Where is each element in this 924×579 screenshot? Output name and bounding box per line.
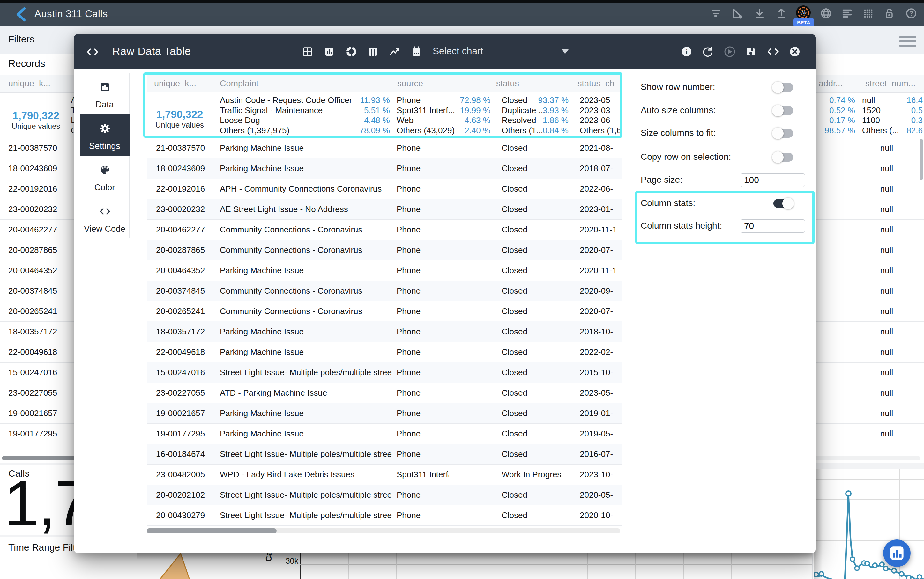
- column-header-addr[interactable]: addr...: [819, 79, 843, 88]
- table-row[interactable]: 19-00021657Parking Machine IssuePhoneClo…: [147, 403, 622, 424]
- column-header[interactable]: Complaint: [220, 79, 259, 88]
- table-row[interactable]: 19-00177295Parking Machine IssuePhoneClo…: [147, 424, 622, 444]
- stat-percent: 78.09 %: [338, 126, 390, 135]
- table-row[interactable]: null: [860, 301, 914, 321]
- table-row[interactable]: 20-00287865: [8, 240, 57, 260]
- grid-dots-icon[interactable]: [862, 7, 875, 20]
- table-row[interactable]: 20-00462277Community Connections - Coron…: [147, 219, 622, 240]
- table-row[interactable]: 23-00482005WPD - Lady Bird Lake Debris I…: [147, 464, 622, 485]
- table-row[interactable]: null: [860, 424, 914, 444]
- info-icon[interactable]: i: [680, 45, 693, 58]
- sidebar-tab-settings[interactable]: Settings: [80, 114, 129, 155]
- toggle-off[interactable]: [772, 105, 795, 117]
- help-icon[interactable]: ?: [905, 7, 917, 20]
- chart-fab-button[interactable]: [883, 540, 911, 567]
- table-row[interactable]: 22-00049618Parking Machine IssuePhoneClo…: [147, 342, 622, 363]
- chevron-down-icon[interactable]: [562, 49, 568, 54]
- back-chevron-icon[interactable]: [15, 7, 27, 22]
- column-header-unique-key[interactable]: unique_k...: [8, 79, 51, 88]
- globe-icon[interactable]: [820, 7, 832, 20]
- table-row[interactable]: null: [860, 362, 914, 383]
- toggle-on[interactable]: [772, 197, 795, 209]
- table-row[interactable]: 18-00357172: [8, 321, 57, 342]
- column-header-street-num[interactable]: street_num...: [865, 79, 916, 88]
- table-row[interactable]: null: [860, 281, 914, 301]
- table-row[interactable]: 16-00184674Street Light Issue- Multiple …: [147, 444, 622, 465]
- table-row[interactable]: 23-00227055: [8, 383, 57, 403]
- select-chart-dropdown[interactable]: Select chart: [433, 46, 483, 56]
- chart-tools-icon[interactable]: [731, 7, 744, 20]
- close-icon[interactable]: [788, 45, 801, 58]
- table-row[interactable]: 20-00265241Community Connections - Coron…: [147, 301, 622, 322]
- table-row[interactable]: 15-00247016Street Light Issue- Multiple …: [147, 362, 622, 383]
- table-row[interactable]: 18-00243609: [8, 158, 57, 178]
- refresh-icon[interactable]: [701, 45, 714, 58]
- table-row[interactable]: null: [860, 178, 914, 199]
- table-row[interactable]: 19-00177295: [8, 424, 57, 444]
- table-hscrollbar-thumb[interactable]: [147, 528, 277, 533]
- code-icon[interactable]: [85, 46, 100, 58]
- ai-assistant-icon[interactable]: AI: [796, 5, 811, 20]
- table-row[interactable]: 20-00374845: [8, 281, 57, 301]
- table-row[interactable]: 20-00202102Street Light Issue- Multiple …: [147, 485, 622, 505]
- table-row[interactable]: null: [860, 138, 914, 158]
- table-row[interactable]: null: [860, 403, 914, 424]
- table-row[interactable]: 20-00265241: [8, 301, 57, 321]
- table-row[interactable]: null: [860, 158, 914, 178]
- setting-input[interactable]: [741, 219, 805, 233]
- bar-chart-icon[interactable]: [323, 45, 336, 58]
- upload-icon[interactable]: [775, 7, 788, 20]
- filter-icon[interactable]: [709, 7, 722, 20]
- table-row[interactable]: 21-00387570Parking Machine IssuePhoneClo…: [147, 138, 622, 159]
- table-row[interactable]: 15-00247016: [8, 362, 57, 383]
- table-row[interactable]: 20-00464352: [8, 260, 57, 281]
- table-row[interactable]: null: [860, 199, 914, 219]
- table-row[interactable]: 23-00227055ATD - Parking Machine IssuePh…: [147, 383, 622, 403]
- table-row[interactable]: 18-00243609Parking Machine IssuePhoneClo…: [147, 158, 622, 179]
- table-row[interactable]: 18-00357172Parking Machine IssuePhoneClo…: [147, 321, 622, 342]
- calendar-icon[interactable]: [410, 45, 423, 58]
- table-row[interactable]: null: [860, 383, 914, 403]
- table-row[interactable]: 20-00374845Community Connections - Coron…: [147, 281, 622, 301]
- sidebar-tab-color[interactable]: Color: [80, 155, 129, 197]
- column-table-icon[interactable]: [367, 45, 379, 58]
- menu-icon[interactable]: [899, 36, 916, 47]
- column-header[interactable]: status: [496, 79, 519, 88]
- table-row[interactable]: null: [860, 342, 914, 362]
- line-chart-icon[interactable]: [388, 45, 401, 58]
- table-row[interactable]: 21-00387570: [8, 138, 57, 158]
- column-header[interactable]: source: [397, 79, 423, 88]
- table-row[interactable]: 22-00049618: [8, 342, 57, 362]
- table-row[interactable]: 23-00020232AE Street Light Issue - No Ad…: [147, 199, 622, 220]
- table-row[interactable]: null: [860, 219, 914, 240]
- toggle-off[interactable]: [772, 127, 795, 139]
- donut-chart-icon[interactable]: [345, 45, 358, 58]
- table-row[interactable]: 23-00020232: [8, 199, 57, 219]
- sidebar-tab-view-code[interactable]: View Code: [80, 197, 129, 239]
- table-row[interactable]: 20-00430279Street Light Issue- Multiple …: [147, 505, 622, 526]
- save-icon[interactable]: [744, 45, 757, 58]
- table-row[interactable]: null: [860, 240, 914, 260]
- play-icon[interactable]: [723, 45, 736, 58]
- table-row[interactable]: null: [860, 321, 914, 342]
- table-row[interactable]: 22-00192016APH - Community Connections C…: [147, 178, 622, 199]
- column-header[interactable]: unique_k...: [154, 79, 196, 88]
- download-icon[interactable]: [753, 7, 766, 20]
- toggle-off[interactable]: [772, 81, 795, 93]
- setting-input[interactable]: [741, 173, 805, 187]
- table-row[interactable]: 20-00287865Community Connections - Coron…: [147, 240, 622, 260]
- align-left-icon[interactable]: [841, 7, 854, 20]
- table-grid-icon[interactable]: [301, 45, 314, 58]
- gear-icon: [98, 122, 111, 135]
- table-row[interactable]: 20-00464352Parking Machine IssuePhoneClo…: [147, 260, 622, 281]
- table-row[interactable]: 20-00462277: [8, 219, 57, 240]
- lock-icon[interactable]: [883, 7, 896, 20]
- view-code-icon[interactable]: [767, 45, 780, 58]
- records-vscrollbar-thumb[interactable]: [919, 139, 923, 180]
- sidebar-tab-data[interactable]: Data: [80, 73, 129, 114]
- table-row[interactable]: 22-00192016: [8, 178, 57, 199]
- table-row[interactable]: 19-00021657: [8, 403, 57, 424]
- column-header[interactable]: status_ch: [578, 79, 614, 88]
- toggle-off[interactable]: [772, 151, 795, 163]
- table-row[interactable]: null: [860, 260, 914, 281]
